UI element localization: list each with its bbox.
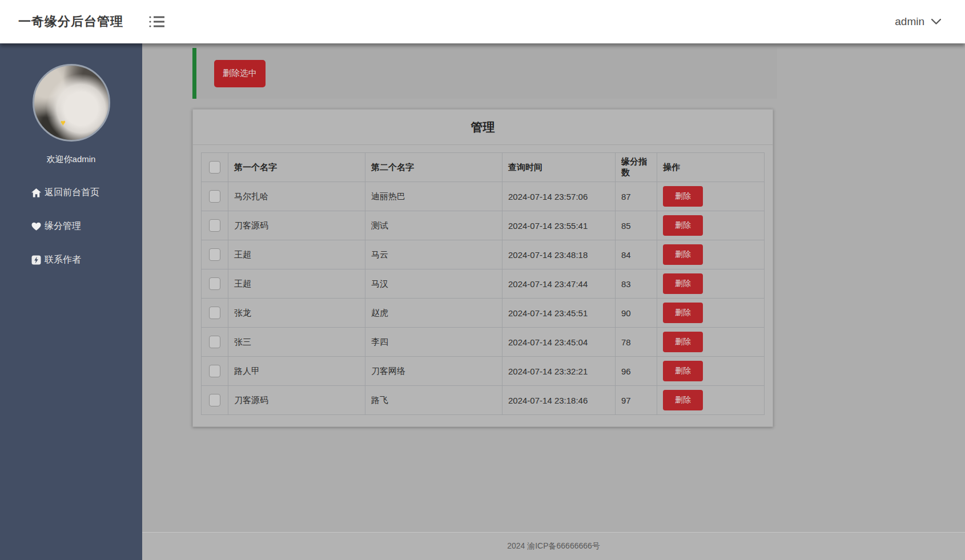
management-card: 管理 第一个名字 第二个名字 查询时间 bbox=[192, 109, 773, 427]
delete-row-button[interactable]: 删除 bbox=[663, 390, 703, 410]
table-row: 刀客源码 路飞 2024-07-14 23:18:46 97 删除 bbox=[202, 386, 765, 415]
cell-score: 85 bbox=[616, 211, 657, 240]
delete-row-button[interactable]: 删除 bbox=[663, 273, 703, 294]
cell-second-name: 刀客网络 bbox=[365, 357, 502, 386]
sidebar-menu: 返回前台首页 缘分管理 联系作者 bbox=[0, 179, 142, 280]
cell-first-name: 刀客源码 bbox=[228, 211, 365, 240]
footer: 2024 渝ICP备66666666号 bbox=[142, 532, 965, 560]
cell-second-name: 测试 bbox=[365, 211, 502, 240]
table-row: 王超 马云 2024-07-14 23:48:18 84 删除 bbox=[202, 240, 765, 269]
cell-query-time: 2024-07-14 23:55:41 bbox=[502, 211, 616, 240]
toolbar-panel: 删除选中 bbox=[192, 48, 777, 99]
cell-query-time: 2024-07-14 23:45:04 bbox=[502, 328, 616, 357]
sidebar: ♥ 欢迎你admin 返回前台首页 缘分管理 联系作者 bbox=[0, 43, 142, 560]
row-checkbox[interactable] bbox=[209, 394, 220, 406]
heart-icon bbox=[31, 222, 41, 231]
delete-row-button[interactable]: 删除 bbox=[663, 361, 703, 381]
welcome-text: 欢迎你admin bbox=[0, 154, 142, 165]
delete-row-button[interactable]: 删除 bbox=[663, 244, 703, 265]
cell-second-name: 迪丽热巴 bbox=[365, 182, 502, 211]
column-header-query-time: 查询时间 bbox=[502, 153, 616, 182]
cell-second-name: 马汉 bbox=[365, 269, 502, 299]
list-icon bbox=[148, 14, 166, 29]
sidebar-toggle-button[interactable] bbox=[148, 14, 166, 29]
cell-query-time: 2024-07-14 23:47:44 bbox=[502, 269, 616, 299]
row-checkbox[interactable] bbox=[209, 336, 220, 348]
row-checkbox[interactable] bbox=[209, 307, 220, 319]
cell-query-time: 2024-07-14 23:48:18 bbox=[502, 240, 616, 269]
cell-query-time: 2024-07-14 23:18:46 bbox=[502, 386, 616, 415]
cell-second-name: 李四 bbox=[365, 328, 502, 357]
icp-record-text: 2024 渝ICP备66666666号 bbox=[507, 541, 600, 551]
cell-score: 84 bbox=[616, 240, 657, 269]
delete-row-button[interactable]: 删除 bbox=[663, 303, 703, 323]
cell-score: 83 bbox=[616, 269, 657, 299]
cell-query-time: 2024-07-14 23:32:21 bbox=[502, 357, 616, 386]
heart-emoji-on-avatar: ♥ bbox=[61, 118, 66, 127]
avatar[interactable]: ♥ bbox=[33, 64, 110, 142]
row-checkbox[interactable] bbox=[209, 190, 220, 203]
cell-first-name: 马尔扎哈 bbox=[228, 182, 365, 211]
user-dropdown[interactable]: admin bbox=[895, 15, 941, 28]
cell-query-time: 2024-07-14 23:57:06 bbox=[502, 182, 616, 211]
fate-records-table: 第一个名字 第二个名字 查询时间 缘分指数 操作 bbox=[201, 152, 765, 415]
bolt-icon bbox=[31, 255, 41, 265]
table-row: 张三 李四 2024-07-14 23:45:04 78 删除 bbox=[202, 328, 765, 357]
table-header-row: 第一个名字 第二个名字 查询时间 缘分指数 操作 bbox=[202, 153, 765, 182]
cell-first-name: 路人甲 bbox=[228, 357, 365, 386]
username-label: admin bbox=[895, 15, 924, 28]
sidebar-item-fate-management[interactable]: 缘分管理 bbox=[0, 212, 142, 240]
app-title: 一奇缘分后台管理 bbox=[18, 13, 123, 30]
cell-score: 90 bbox=[616, 299, 657, 328]
top-navbar: 一奇缘分后台管理 admin bbox=[0, 0, 965, 43]
cell-first-name: 王超 bbox=[228, 240, 365, 269]
delete-row-button[interactable]: 删除 bbox=[663, 186, 703, 207]
delete-row-button[interactable]: 删除 bbox=[663, 332, 703, 352]
card-title: 管理 bbox=[471, 119, 495, 135]
chevron-down-icon bbox=[931, 19, 941, 25]
row-checkbox[interactable] bbox=[209, 248, 220, 261]
cell-first-name: 王超 bbox=[228, 269, 365, 299]
row-checkbox[interactable] bbox=[209, 365, 220, 377]
sidebar-item-back-to-front[interactable]: 返回前台首页 bbox=[0, 179, 142, 207]
column-header-second-name: 第二个名字 bbox=[365, 153, 502, 182]
table-row: 路人甲 刀客网络 2024-07-14 23:32:21 96 删除 bbox=[202, 357, 765, 386]
sidebar-item-contact-author[interactable]: 联系作者 bbox=[0, 246, 142, 274]
cell-first-name: 张龙 bbox=[228, 299, 365, 328]
main-content: 删除选中 管理 第一个名字 bbox=[142, 43, 965, 532]
column-header-actions: 操作 bbox=[657, 153, 765, 182]
home-icon bbox=[31, 188, 41, 198]
cell-first-name: 张三 bbox=[228, 328, 365, 357]
cell-query-time: 2024-07-14 23:45:51 bbox=[502, 299, 616, 328]
cell-score: 96 bbox=[616, 357, 657, 386]
sidebar-item-label: 返回前台首页 bbox=[45, 187, 99, 199]
sidebar-item-label: 缘分管理 bbox=[45, 220, 81, 232]
delete-row-button[interactable]: 删除 bbox=[663, 215, 703, 236]
cell-second-name: 马云 bbox=[365, 240, 502, 269]
row-checkbox[interactable] bbox=[209, 219, 220, 232]
sidebar-item-label: 联系作者 bbox=[45, 254, 81, 266]
table-row: 刀客源码 测试 2024-07-14 23:55:41 85 删除 bbox=[202, 211, 765, 240]
table-row: 王超 马汉 2024-07-14 23:47:44 83 删除 bbox=[202, 269, 765, 299]
table-row: 马尔扎哈 迪丽热巴 2024-07-14 23:57:06 87 删除 bbox=[202, 182, 765, 211]
column-header-first-name: 第一个名字 bbox=[228, 153, 365, 182]
cell-score: 97 bbox=[616, 386, 657, 415]
cell-score: 78 bbox=[616, 328, 657, 357]
column-header-score: 缘分指数 bbox=[616, 153, 657, 182]
cell-first-name: 刀客源码 bbox=[228, 386, 365, 415]
table-row: 张龙 赵虎 2024-07-14 23:45:51 90 删除 bbox=[202, 299, 765, 328]
row-checkbox[interactable] bbox=[209, 277, 220, 290]
delete-selected-button[interactable]: 删除选中 bbox=[214, 60, 266, 87]
cell-second-name: 赵虎 bbox=[365, 299, 502, 328]
cell-second-name: 路飞 bbox=[365, 386, 502, 415]
card-header: 管理 bbox=[193, 110, 773, 145]
select-all-checkbox[interactable] bbox=[209, 161, 220, 174]
cell-score: 87 bbox=[616, 182, 657, 211]
